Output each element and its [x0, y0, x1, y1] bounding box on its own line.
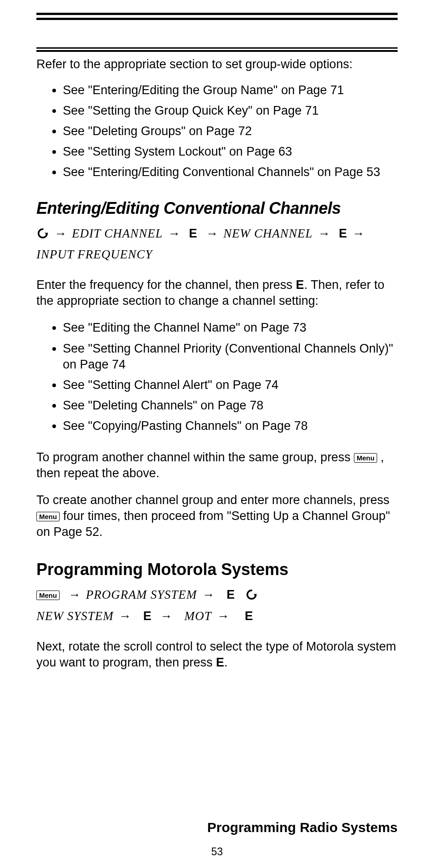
e-key: E — [216, 656, 224, 669]
e-key: E — [296, 278, 304, 292]
top-double-rule — [36, 13, 398, 20]
text: . — [224, 656, 228, 669]
e-key: E — [227, 588, 235, 601]
arrow-icon: → — [66, 588, 82, 601]
menu-key-badge: Menu — [36, 590, 60, 600]
arrow-icon: → — [117, 609, 133, 623]
list-item: See "Setting System Lockout" on Page 63 — [63, 144, 398, 160]
path-step: NEW SYSTEM — [36, 609, 114, 623]
list-item: See "Editing the Channel Name" on Page 7… — [63, 320, 398, 336]
scroll-icon — [245, 588, 258, 607]
nav-path-1: → EDIT CHANNEL → E → NEW CHANNEL → E → I… — [36, 224, 398, 265]
body-double-rule — [36, 47, 398, 52]
list-item: See "Deleting Channels" on Page 78 — [63, 398, 398, 414]
arrow-icon: → — [316, 227, 332, 240]
heading-programming-motorola-systems: Programming Motorola Systems — [36, 560, 398, 579]
scroll-icon — [36, 227, 49, 246]
path-step: EDIT CHANNEL — [72, 227, 163, 240]
list-item: See "Entering/Editing the Group Name" on… — [63, 82, 398, 98]
path-step: MOT — [184, 609, 212, 623]
list-item: See "Setting Channel Alert" on Page 74 — [63, 377, 398, 393]
reference-list-1: See "Entering/Editing the Group Name" on… — [36, 82, 398, 180]
list-item: See "Entering/Editing Conventional Chann… — [63, 164, 398, 180]
list-item: See "Setting the Group Quick Key" on Pag… — [63, 103, 398, 119]
e-key: E — [189, 227, 197, 240]
heading-entering-editing-conventional-channels: Entering/Editing Conventional Channels — [36, 199, 398, 218]
body-paragraph: Enter the frequency for the channel, the… — [36, 277, 398, 309]
reference-list-2: See "Editing the Channel Name" on Page 7… — [36, 320, 398, 434]
path-step: NEW CHANNEL — [223, 227, 313, 240]
body-paragraph: Next, rotate the scroll control to selec… — [36, 639, 398, 671]
body-paragraph: To program another channel within the sa… — [36, 449, 398, 481]
nav-path-2: Menu → PROGRAM SYSTEM → E NEW SYSTEM → E… — [36, 585, 398, 626]
path-step: INPUT FREQUENCY — [36, 247, 152, 261]
intro-paragraph-1: Refer to the appropriate section to set … — [36, 56, 398, 72]
e-key: E — [143, 609, 151, 623]
e-key: E — [245, 609, 253, 623]
menu-key-badge: Menu — [36, 512, 60, 521]
arrow-icon: → — [158, 609, 174, 623]
arrow-icon: → — [166, 227, 182, 240]
text: To program another channel within the sa… — [36, 450, 354, 464]
list-item: See "Setting Channel Priority (Conventio… — [63, 341, 398, 373]
e-key: E — [339, 227, 347, 240]
list-item: See "Deleting Groups" on Page 72 — [63, 123, 398, 139]
page-number: 53 — [0, 846, 434, 858]
footer-section-title: Programming Radio Systems — [207, 820, 398, 835]
arrow-icon: → — [215, 609, 231, 623]
body-paragraph: To create another channel group and ente… — [36, 492, 398, 540]
text: To create another channel group and ente… — [36, 493, 389, 507]
text: four times, then proceed from "Setting U… — [36, 509, 390, 539]
arrow-icon: → — [53, 227, 69, 240]
path-step: PROGRAM SYSTEM — [86, 588, 197, 601]
list-item: See "Copying/Pasting Channels" on Page 7… — [63, 418, 398, 434]
text: Enter the frequency for the channel, the… — [36, 278, 296, 292]
arrow-icon: → — [350, 227, 366, 240]
arrow-icon: → — [204, 227, 220, 240]
arrow-icon: → — [200, 588, 216, 601]
menu-key-badge: Menu — [354, 453, 377, 463]
